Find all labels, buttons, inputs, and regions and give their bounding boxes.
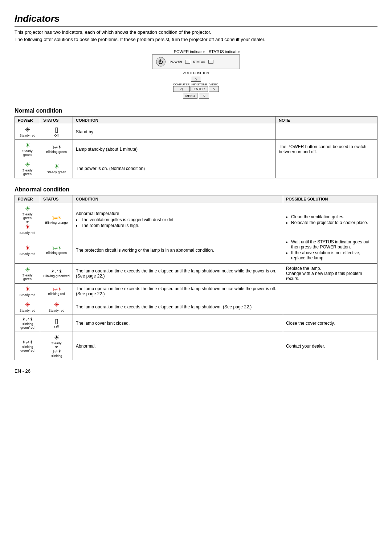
solution-cell-a6: Close the cover correctly. <box>283 315 377 332</box>
status-cell-2: ▯⇌☀ Blinking green <box>40 140 73 159</box>
power-label-3: Steady green <box>18 169 37 176</box>
solution-text2-a3: Change with a new lamp if this problem r… <box>286 271 374 281</box>
status-label-a5: Steady red <box>43 309 70 312</box>
power-label-2: Steady green <box>18 149 37 157</box>
status-label-2: Blinking green <box>43 150 70 154</box>
diagram-area: POWER indicator STATUS indicator ⏻ POWER… <box>15 49 377 99</box>
note-cell-3 <box>276 159 377 178</box>
power-text-label: POWER <box>170 60 182 64</box>
status-label-a6: Off <box>43 325 70 329</box>
status-text-label: STATUS <box>193 60 205 64</box>
table-row: ☀ Steady green ▯⇌☀ Blinking green Lamp s… <box>15 140 377 159</box>
down-key[interactable]: ▽ <box>199 93 209 99</box>
status-cell-a7: ☀ Steady or ▯⇌☀ Blinking <box>40 332 73 360</box>
normal-status-header: Status <box>40 117 73 124</box>
solution-bullet-a2-0: Wait until the STATUS indicator goes out… <box>291 239 374 250</box>
power-cell-a7: ☀⇌☀ Blinking green/red <box>15 332 40 360</box>
right-key[interactable]: ▷ <box>209 86 219 92</box>
status-icon-a5: ☀ <box>43 301 70 308</box>
status-cell-a1: ▯⇌☀ Blinking orange <box>40 203 73 237</box>
table-row: ☀ Steady red ▯⇌☀ Blinking green The prot… <box>15 237 377 264</box>
solution-cell-a1: Clean the ventilation grilles. Relocate … <box>283 203 377 237</box>
solution-cell-a4 <box>283 284 377 299</box>
status-label-a3: Blinking green/red <box>43 274 70 278</box>
power-icon-3: ☀ <box>18 161 37 168</box>
status-label-a1: Blinking orange <box>43 221 70 224</box>
power-cell-1: ☀ Steady red <box>15 124 40 140</box>
abnormal-power-header: Power <box>15 195 40 203</box>
intro-text: This projector has two indicators, each … <box>15 29 377 43</box>
auto-position-label: AUTO POSITION <box>183 71 209 75</box>
status-cell-a2: ▯⇌☀ Blinking green <box>40 237 73 264</box>
power-icon-a1-bot: ☀ <box>18 224 37 230</box>
status-label-a7-bot: Blinking <box>43 354 70 358</box>
table-row: ☀ Steady green ☀⇌☀ Blinking green/red Th… <box>15 264 377 284</box>
status-icon-a1: ▯⇌☀ <box>43 216 70 220</box>
condition-cell-a1: Abnormal temperature The ventilation gri… <box>73 203 283 237</box>
status-icon-a3: ☀⇌☀ <box>43 269 70 274</box>
abnormal-condition-title: Abnormal condition <box>15 186 377 193</box>
computer-label: COMPUTER <box>173 83 190 86</box>
status-icon-3: ☀ <box>43 163 70 170</box>
status-icon-1: ▯ <box>43 126 70 133</box>
power-icon-a3: ☀ <box>18 266 37 273</box>
power-label-a5: Steady red <box>18 309 37 312</box>
power-icon-a4: ☀ <box>18 286 37 292</box>
status-icon-a2: ▯⇌☀ <box>43 246 70 250</box>
power-label-a4: Steady red <box>18 293 37 297</box>
solution-bullet-a2-1: If the above solution is not effective, … <box>291 250 374 260</box>
up-key[interactable]: △ <box>191 76 201 82</box>
status-label-a2: Blinking green <box>43 251 70 255</box>
normal-condition-title: Normal condition <box>15 108 377 114</box>
status-label-1: Off <box>43 134 70 137</box>
power-icon-2: ☀ <box>18 142 37 149</box>
condition-cell-a7: Abnormal. <box>73 332 283 360</box>
status-icon-a7-bot: ▯⇌☀ <box>43 349 70 353</box>
status-cell-1: ▯ Off <box>40 124 73 140</box>
condition-bullet-a1-0: The ventilation grilles is clogged with … <box>81 217 280 222</box>
condition-cell-a5: The lamp operation time exceeds the time… <box>73 299 283 315</box>
condition-cell-a2: The protection circuit is working or the… <box>73 237 283 264</box>
solution-cell-a7: Contact your dealer. <box>283 332 377 360</box>
page-title: Indicators <box>15 13 377 27</box>
menu-key[interactable]: MENU <box>183 93 198 99</box>
condition-cell-3: The power is on. (Normal condition) <box>73 159 276 178</box>
power-icon-a7-top: ☀⇌☀ <box>18 340 37 344</box>
status-cell-3: ☀ Steady green <box>40 159 73 178</box>
table-row: ☀⇌☀ Blinking green/red ☀ Steady or ▯⇌☀ B… <box>15 332 377 360</box>
abnormal-condition-header: Condition <box>73 195 283 203</box>
solution-bullet-a1-0: Clean the ventilation grilles. <box>291 214 374 219</box>
status-label-a4: Blinking red <box>43 292 70 296</box>
table-row: ☀ Steady red ☀ Steady red The lamp opera… <box>15 299 377 315</box>
abnormal-condition-table: Power Status Condition Possible Solution… <box>15 195 377 360</box>
condition-cell-a3: The lamp operation time exceeds the time… <box>73 264 283 284</box>
left-key[interactable]: ◁ <box>173 86 190 92</box>
table-row: ☀ Steady green or ☀ Steady red ▯⇌☀ Blink… <box>15 203 377 237</box>
power-cell-2: ☀ Steady green <box>15 140 40 159</box>
enter-key[interactable]: ENTER <box>191 86 208 92</box>
note-cell-1 <box>276 124 377 140</box>
table-row: ☀⇌☀ Blinking green/red ▯ Off The lamp co… <box>15 315 377 332</box>
power-icon-a1-top: ☀ <box>18 205 37 212</box>
table-row: ☀ Steady red ▯⇌☀ Blinking red The lamp o… <box>15 284 377 299</box>
power-cell-a4: ☀ Steady red <box>15 284 40 299</box>
power-cell-a3: ☀ Steady green <box>15 264 40 284</box>
page-number: EN - 26 <box>15 368 377 374</box>
solution-cell-a3: Replace the lamp. Change with a new lamp… <box>283 264 377 284</box>
power-label-a1-top: Steady green <box>18 212 37 220</box>
solution-text-a3: Replace the lamp. <box>286 266 374 271</box>
power-label-a3: Steady green <box>18 274 37 281</box>
status-icon-a7-top: ☀ <box>43 334 70 341</box>
power-cell-3: ☀ Steady green <box>15 159 40 178</box>
table-row: ☀ Steady red ▯ Off Stand-by <box>15 124 377 140</box>
condition-cell-a6: The lamp cover isn't closed. <box>73 315 283 332</box>
power-icon-sun: ☀ <box>18 126 37 133</box>
status-indicator-box <box>208 60 213 64</box>
power-cell-a6: ☀⇌☀ Blinking green/red <box>15 315 40 332</box>
power-button-diagram: ⏻ <box>156 57 166 66</box>
keystone-label: KEYSTONE <box>191 83 208 86</box>
solution-bullet-a1-1: Relocate the projector to a cooler place… <box>291 220 374 225</box>
abnormal-solution-header: Possible Solution <box>283 195 377 203</box>
status-label-a7-top: Steady <box>43 341 70 345</box>
condition-title-a1: Abnormal temperature <box>76 211 280 216</box>
